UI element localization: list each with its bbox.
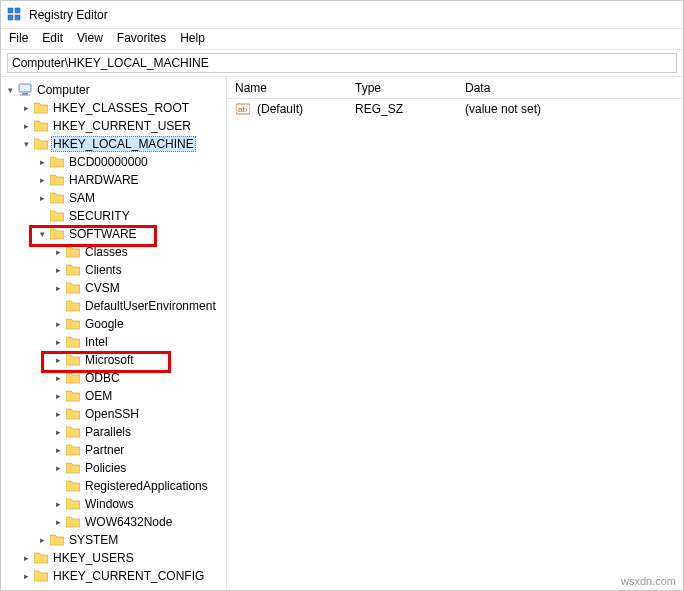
folder-icon	[65, 299, 81, 313]
tree-node-hklm[interactable]: ▾ HKEY_LOCAL_MACHINE	[3, 135, 226, 153]
column-header-type[interactable]: Type	[347, 79, 457, 97]
chevron-right-icon[interactable]: ▸	[51, 337, 65, 347]
folder-icon	[65, 461, 81, 475]
menu-help[interactable]: Help	[180, 31, 205, 45]
menu-file[interactable]: File	[9, 31, 28, 45]
tree-label: RegisteredApplications	[83, 479, 210, 493]
menu-favorites[interactable]: Favorites	[117, 31, 166, 45]
tree-label: OEM	[83, 389, 114, 403]
chevron-right-icon[interactable]: ▸	[51, 319, 65, 329]
menubar: File Edit View Favorites Help	[1, 29, 683, 49]
tree-label: SAM	[67, 191, 97, 205]
value-row[interactable]: (Default) REG_SZ (value not set)	[227, 99, 683, 119]
tree-node-hardware[interactable]: ▸ HARDWARE	[3, 171, 226, 189]
string-value-icon	[235, 102, 251, 116]
tree-node-system[interactable]: ▸ SYSTEM	[3, 531, 226, 549]
tree-node-oem[interactable]: ▸ OEM	[3, 387, 226, 405]
menu-edit[interactable]: Edit	[42, 31, 63, 45]
tree-node-hku[interactable]: ▸ HKEY_USERS	[3, 549, 226, 567]
tree-node-registered-applications[interactable]: ▸ RegisteredApplications	[3, 477, 226, 495]
tree-node-cvsm[interactable]: ▸ CVSM	[3, 279, 226, 297]
tree-label: Google	[83, 317, 126, 331]
svg-rect-3	[15, 15, 20, 20]
tree-label: Policies	[83, 461, 128, 475]
tree-node-microsoft[interactable]: ▸ Microsoft	[3, 351, 226, 369]
tree-panel[interactable]: ab ▾ Computer ▸ HKEY_CLASSES_ROOT ▸ HKEY…	[1, 77, 227, 591]
tree-label: WOW6432Node	[83, 515, 174, 529]
expander-icon[interactable]: ▾	[3, 85, 17, 95]
chevron-right-icon[interactable]: ▸	[51, 409, 65, 419]
column-header-name[interactable]: Name	[227, 79, 347, 97]
tree-node-wow6432node[interactable]: ▸ WOW6432Node	[3, 513, 226, 531]
folder-icon	[33, 137, 49, 151]
values-header[interactable]: Name Type Data	[227, 77, 683, 99]
chevron-down-icon[interactable]: ▾	[35, 229, 49, 239]
chevron-right-icon[interactable]: ▸	[51, 355, 65, 365]
expander-placeholder: ▸	[35, 211, 49, 221]
tree-node-classes[interactable]: ▸ Classes	[3, 243, 226, 261]
chevron-right-icon[interactable]: ▸	[19, 121, 33, 131]
tree-node-default-user-env[interactable]: ▸ DefaultUserEnvironment	[3, 297, 226, 315]
tree-node-windows[interactable]: ▸ Windows	[3, 495, 226, 513]
tree-node-partner[interactable]: ▸ Partner	[3, 441, 226, 459]
chevron-right-icon[interactable]: ▸	[51, 445, 65, 455]
column-header-data[interactable]: Data	[457, 79, 683, 97]
computer-icon	[17, 83, 33, 97]
folder-icon	[65, 335, 81, 349]
chevron-right-icon[interactable]: ▸	[51, 373, 65, 383]
folder-icon	[33, 551, 49, 565]
chevron-right-icon[interactable]: ▸	[51, 391, 65, 401]
expander-placeholder: ▸	[51, 481, 65, 491]
chevron-right-icon[interactable]: ▸	[51, 265, 65, 275]
svg-rect-2	[8, 15, 13, 20]
chevron-right-icon[interactable]: ▸	[51, 247, 65, 257]
chevron-right-icon[interactable]: ▸	[51, 517, 65, 527]
value-name: (Default)	[257, 102, 303, 116]
tree-node-policies[interactable]: ▸ Policies	[3, 459, 226, 477]
folder-icon	[65, 263, 81, 277]
chevron-down-icon[interactable]: ▾	[19, 139, 33, 149]
tree-node-hkcu[interactable]: ▸ HKEY_CURRENT_USER	[3, 117, 226, 135]
folder-icon	[65, 281, 81, 295]
folder-icon	[49, 173, 65, 187]
chevron-right-icon[interactable]: ▸	[35, 193, 49, 203]
tree-node-hkcc[interactable]: ▸ HKEY_CURRENT_CONFIG	[3, 567, 226, 585]
tree-label: DefaultUserEnvironment	[83, 299, 218, 313]
chevron-right-icon[interactable]: ▸	[51, 283, 65, 293]
tree-node-openssh[interactable]: ▸ OpenSSH	[3, 405, 226, 423]
tree-node-software[interactable]: ▾ SOFTWARE	[3, 225, 226, 243]
tree-node-intel[interactable]: ▸ Intel	[3, 333, 226, 351]
folder-icon	[65, 497, 81, 511]
tree-node-security[interactable]: ▸ SECURITY	[3, 207, 226, 225]
chevron-right-icon[interactable]: ▸	[19, 571, 33, 581]
svg-rect-0	[8, 8, 13, 13]
tree-node-clients[interactable]: ▸ Clients	[3, 261, 226, 279]
value-type: REG_SZ	[347, 100, 457, 118]
tree-label: HKEY_LOCAL_MACHINE	[51, 136, 196, 152]
chevron-right-icon[interactable]: ▸	[19, 103, 33, 113]
menu-view[interactable]: View	[77, 31, 103, 45]
folder-icon	[65, 245, 81, 259]
chevron-right-icon[interactable]: ▸	[51, 427, 65, 437]
titlebar: Registry Editor	[1, 1, 683, 29]
folder-icon	[65, 317, 81, 331]
tree-node-parallels[interactable]: ▸ Parallels	[3, 423, 226, 441]
tree-node-sam[interactable]: ▸ SAM	[3, 189, 226, 207]
folder-icon	[33, 119, 49, 133]
chevron-right-icon[interactable]: ▸	[51, 463, 65, 473]
chevron-right-icon[interactable]: ▸	[35, 157, 49, 167]
tree-label: Clients	[83, 263, 124, 277]
tree-node-odbc[interactable]: ▸ ODBC	[3, 369, 226, 387]
tree-node-hkcr[interactable]: ▸ HKEY_CLASSES_ROOT	[3, 99, 226, 117]
tree-label: SYSTEM	[67, 533, 120, 547]
chevron-right-icon[interactable]: ▸	[19, 553, 33, 563]
window-title: Registry Editor	[29, 8, 108, 22]
address-input[interactable]	[7, 53, 677, 73]
tree-node-google[interactable]: ▸ Google	[3, 315, 226, 333]
chevron-right-icon[interactable]: ▸	[51, 499, 65, 509]
tree-node-bcd[interactable]: ▸ BCD00000000	[3, 153, 226, 171]
chevron-right-icon[interactable]: ▸	[35, 535, 49, 545]
tree-label: Parallels	[83, 425, 133, 439]
chevron-right-icon[interactable]: ▸	[35, 175, 49, 185]
tree-node-computer[interactable]: ▾ Computer	[3, 81, 226, 99]
